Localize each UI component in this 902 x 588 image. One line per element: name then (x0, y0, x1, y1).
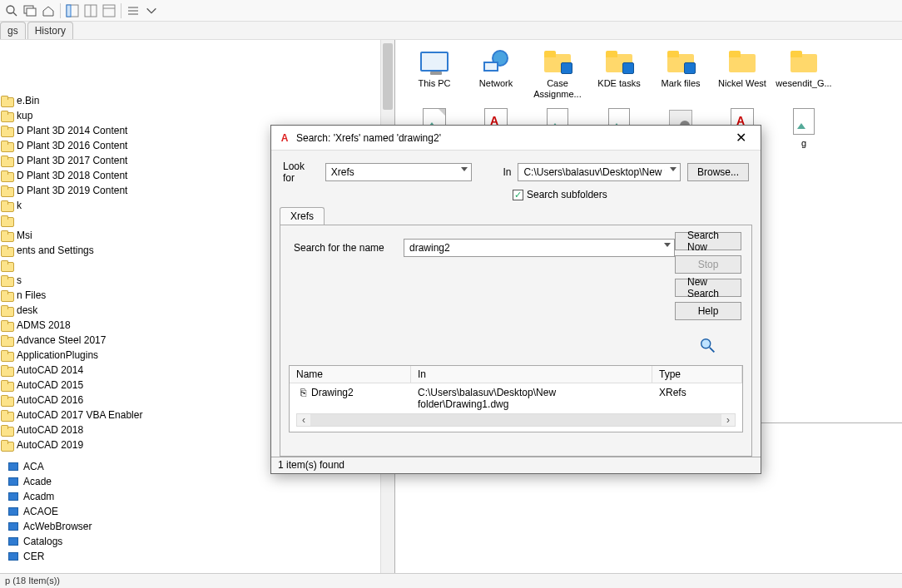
folder-icon (7, 476, 20, 487)
tree-item[interactable]: CER (7, 549, 379, 564)
search-now-button[interactable]: Search Now (675, 232, 741, 250)
tab-xrefs[interactable]: Xrefs (280, 207, 325, 225)
net-icon (481, 48, 511, 75)
col-in[interactable]: In (411, 366, 652, 383)
tree-item[interactable]: Acade (7, 474, 379, 489)
folder-icon (0, 200, 13, 211)
status-bar: p (18 Item(s)) (0, 573, 902, 588)
top-toolbar (0, 0, 902, 22)
folder-icon (7, 461, 20, 472)
results-row[interactable]: ⎘Drawing2 C:\Users\balasuv\Desktop\New f… (290, 383, 742, 413)
tree-item[interactable]: Acadm (7, 489, 379, 504)
tree-item[interactable]: Catalogs (7, 534, 379, 549)
help-button[interactable]: Help (675, 302, 741, 320)
home-icon[interactable] (40, 2, 57, 19)
chevron-down-icon (670, 167, 676, 171)
desktop-label: g (801, 138, 806, 149)
checkbox-label: Search subfolders (527, 189, 607, 200)
svg-point-0 (7, 6, 14, 13)
search-icon[interactable] (3, 2, 20, 19)
folder-icon (0, 319, 13, 331)
folder-icon (0, 424, 13, 436)
desktop-item[interactable]: g (773, 108, 835, 160)
horizontal-scrollbar[interactable]: ‹ › (296, 413, 736, 427)
desktop-label: Network (479, 78, 513, 89)
col-type[interactable]: Type (652, 366, 742, 383)
tab[interactable]: History (27, 22, 73, 39)
desktop-item[interactable]: Case Assignme... (527, 48, 588, 100)
view-detail-icon[interactable] (101, 2, 117, 19)
search-subfolders-checkbox[interactable]: ✓ Search subfolders (271, 187, 761, 207)
desktop-label: Mark files (661, 78, 700, 89)
folder-icon (0, 274, 13, 286)
folder-icon (7, 521, 20, 532)
window-icon[interactable] (22, 2, 38, 19)
dropdown-icon[interactable] (143, 2, 160, 19)
tree-item[interactable]: e.Bin (0, 93, 379, 108)
search-name-label: Search for the name (294, 242, 394, 254)
search-dialog: A Search: 'Xrefs' named 'drawing2' ✕ Loo… (270, 125, 761, 474)
chevron-right-icon[interactable]: › (721, 414, 735, 426)
desktop-item[interactable]: Mark files (650, 48, 711, 100)
folder-icon (0, 155, 13, 166)
folder-icon (0, 379, 13, 391)
tree-item[interactable]: AcWebBrowser (7, 519, 379, 534)
desktop-item[interactable]: Network (465, 48, 527, 100)
folder-icon (0, 230, 13, 241)
folder-icon (0, 140, 13, 151)
folder-icon (0, 185, 13, 196)
folder-icon (0, 110, 13, 121)
xml-icon (789, 108, 819, 135)
desktop-label: Case Assignme... (527, 78, 588, 100)
svg-rect-8 (103, 5, 115, 17)
search-name-combo[interactable]: drawing2 (404, 239, 675, 257)
tree-item[interactable]: kup (0, 108, 379, 123)
folder-icon (0, 439, 13, 451)
new-search-button[interactable]: New Search (675, 279, 741, 297)
in-path-value: C:\Users\balasuv\Desktop\New folde (523, 166, 665, 178)
view-tree-icon[interactable] (64, 2, 81, 19)
folder-icon (0, 364, 13, 376)
folder-icon (0, 245, 13, 256)
folder-badge-icon (604, 48, 634, 75)
divider (60, 3, 61, 18)
in-path-combo[interactable]: C:\Users\balasuv\Desktop\New folde (518, 163, 681, 181)
look-for-value: Xrefs (331, 166, 354, 178)
desktop-item[interactable]: This PC (404, 48, 465, 100)
xref-icon: ⎘ (296, 387, 310, 398)
col-name[interactable]: Name (290, 366, 411, 383)
desktop-item[interactable]: KDE tasks (588, 48, 650, 100)
folder-icon (789, 48, 819, 75)
folder-icon (0, 349, 13, 361)
tree-item[interactable]: ACAOE (7, 504, 379, 519)
desktop-label: wesendit_G... (776, 78, 831, 89)
result-in: C:\Users\balasuv\Desktop\New folder\Draw… (411, 385, 652, 412)
folder-icon (7, 491, 20, 502)
divider (121, 3, 121, 18)
folder-badge-icon (543, 48, 572, 75)
svg-rect-3 (27, 8, 36, 16)
dialog-title: Search: 'Xrefs' named 'drawing2' (296, 132, 724, 144)
chevron-left-icon[interactable]: ‹ (297, 414, 310, 426)
folder-icon (7, 506, 20, 517)
desktop-item[interactable]: wesendit_G... (773, 48, 835, 100)
folder-icon (0, 289, 13, 301)
folder-icon (0, 125, 13, 136)
folder-badge-icon (666, 48, 696, 75)
stop-button: Stop (675, 255, 741, 274)
browse-button[interactable]: Browse... (687, 163, 749, 181)
magnifier-icon (699, 337, 717, 358)
folder-icon (0, 304, 13, 316)
tab[interactable]: gs (0, 22, 26, 39)
close-icon[interactable]: ✕ (724, 126, 757, 150)
svg-rect-5 (67, 5, 71, 17)
folder-icon (0, 409, 13, 421)
look-for-combo[interactable]: Xrefs (325, 163, 472, 181)
folder-icon (0, 394, 13, 406)
view-split-icon[interactable] (82, 2, 99, 19)
view-list-icon[interactable] (125, 2, 141, 19)
result-type: XRefs (652, 385, 742, 412)
folder-icon (0, 334, 13, 346)
folder-icon (0, 259, 13, 271)
desktop-item[interactable]: Nickel West (711, 48, 773, 100)
